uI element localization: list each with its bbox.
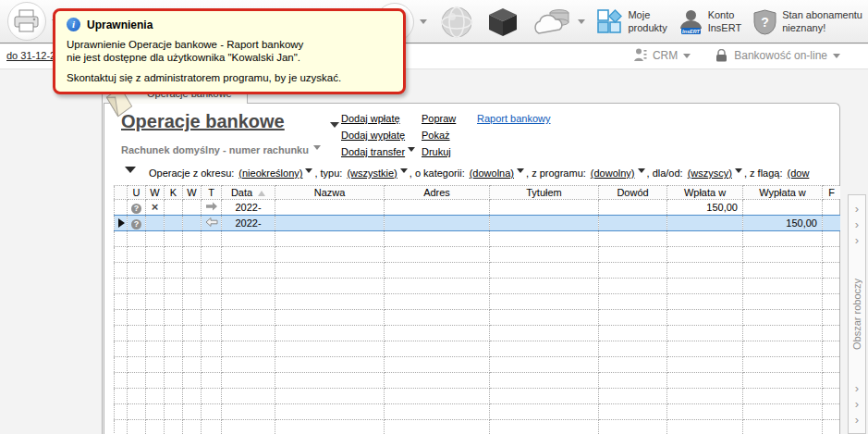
column-header-f[interactable]: F (823, 186, 841, 200)
table-row-empty[interactable] (115, 294, 841, 310)
filter-period-value[interactable]: (nieokreślony) (238, 167, 302, 179)
edit-link[interactable]: Popraw (422, 113, 456, 124)
add-withdrawal-link[interactable]: Dodaj wypłatę (341, 130, 405, 141)
subscription-status-button[interactable]: ? Stan abonamentu nieznany! (753, 9, 862, 35)
table-row[interactable]: ? × 2022- 150,00 (115, 200, 841, 216)
column-header-t[interactable]: T (202, 186, 222, 200)
column-header-w2[interactable]: W (183, 186, 202, 200)
question-badge-icon: ? (131, 204, 141, 214)
crm-person-icon (633, 48, 647, 63)
column-header-dowod[interactable]: Dowód (599, 186, 667, 200)
page-title[interactable]: Operacje bankowe (121, 111, 285, 132)
table-row-empty[interactable] (115, 231, 841, 247)
filter-flag-value[interactable]: (dow (788, 167, 810, 179)
sort-ascending-icon (258, 187, 265, 196)
banking-dropdown-caret[interactable] (833, 54, 840, 62)
filter-type-value[interactable]: (wszystkie) (347, 167, 397, 179)
filter-period-caret[interactable] (305, 168, 312, 177)
column-header-adres[interactable]: Adres (385, 186, 490, 200)
d-dropdown-caret[interactable] (420, 19, 427, 28)
crm-dropdown-caret[interactable] (683, 54, 691, 62)
cloud-menu-button[interactable] (532, 7, 585, 37)
column-header-indicator[interactable] (115, 186, 128, 200)
workspace-side-tab[interactable]: › › › Obszar roboczy › › › (848, 194, 866, 434)
cube-icon[interactable] (486, 6, 520, 39)
tooltip-line2: nie jest dostępne dla użytkownika "Kowal… (67, 51, 392, 64)
add-deposit-link[interactable]: Dodaj wpłatę (341, 113, 400, 124)
chevron-icon[interactable]: › (855, 217, 859, 232)
banking-label: Bankowość on-line (734, 49, 827, 62)
table-row-empty[interactable] (115, 420, 841, 434)
table-row-empty[interactable] (115, 263, 841, 279)
svg-text:InsERT: InsERT (682, 28, 700, 33)
print-link[interactable]: Drukuj (422, 146, 451, 157)
content-panel: Operacje bankowe Rachunek domyślny - num… (104, 103, 840, 434)
moje-produkty-label-line2: produkty (628, 22, 666, 34)
filter-program-value[interactable]: (dowolny) (591, 167, 635, 179)
right-dock: › › › Obszar roboczy › › › (840, 69, 868, 434)
info-icon: i (67, 18, 80, 31)
status-cell: ? (128, 200, 146, 216)
print-button[interactable] (7, 2, 46, 41)
column-header-k[interactable]: K (165, 186, 183, 200)
konto-label-line2: InsERT (708, 22, 741, 34)
products-grid-icon (597, 9, 622, 34)
column-header-tytulem[interactable]: Tytułem (490, 186, 599, 200)
tooltip-line1: Uprawnienie Operacje bankowe - Raport ba… (67, 38, 392, 51)
table-row-empty[interactable] (115, 404, 841, 420)
table-header-row: U W K W T Data Nazwa Adres Tytułem Dowód… (115, 186, 841, 200)
column-header-wyplata[interactable]: Wypłata w (743, 186, 823, 200)
date-cell: 2022- (222, 200, 275, 216)
stan-label-line1: Stan abonamentu (782, 9, 862, 21)
filter-funnel-icon[interactable] (125, 167, 136, 179)
tooltip-line3: Skontaktuj się z administratorem program… (67, 71, 392, 84)
table-row-empty[interactable] (115, 310, 841, 326)
chevron-icon[interactable]: › (855, 380, 859, 396)
table-row-empty[interactable] (115, 326, 841, 341)
column-header-data[interactable]: Data (222, 186, 275, 200)
banking-online-menu[interactable]: Bankowość on-line (715, 49, 840, 62)
row-indicator-cell (115, 216, 128, 231)
konto-label-line1: Konto (708, 9, 741, 21)
table-row-empty[interactable] (115, 247, 841, 263)
current-row-pointer-icon (118, 218, 128, 228)
user-account-icon: InsERT (679, 9, 703, 35)
column-header-w1[interactable]: W (146, 186, 165, 200)
filter-category-caret[interactable] (517, 168, 524, 177)
konto-insert-button[interactable]: InsERT Konto InsERT (679, 9, 741, 35)
chevron-icon[interactable]: › (855, 396, 859, 412)
chevron-icon[interactable]: › (855, 412, 859, 428)
add-transfer-link[interactable]: Dodaj transfer (341, 146, 415, 157)
workspace-side-tab-label: Obszar roboczy (851, 248, 862, 380)
direction-cell (202, 216, 222, 231)
filter-user-value[interactable]: (wszyscy) (688, 167, 732, 179)
banking-lock-icon (715, 49, 728, 62)
table-row-selected[interactable]: ? 2022- 150,00 (115, 216, 841, 231)
column-header-wplata[interactable]: Wpłata w (667, 186, 743, 200)
globe-icon[interactable] (439, 5, 474, 40)
column-header-u[interactable]: U (128, 186, 146, 200)
table-row-empty[interactable] (115, 279, 841, 294)
filter-type-caret[interactable] (400, 168, 408, 177)
table-row-empty[interactable] (115, 341, 841, 357)
show-link[interactable]: Pokaż (422, 130, 450, 141)
filter-category-value[interactable]: (dowolna) (470, 167, 514, 179)
title-dropdown-caret[interactable] (330, 122, 339, 132)
account-selector[interactable]: Rachunek domyślny - numer rachunku (121, 144, 321, 155)
question-badge-icon: ? (131, 219, 141, 229)
crm-menu[interactable]: CRM (633, 48, 691, 63)
chevron-icon[interactable]: › (855, 232, 859, 248)
moje-produkty-button[interactable]: Moje produkty (597, 9, 666, 34)
table-row-empty[interactable] (115, 373, 841, 389)
chevron-icon[interactable]: › (855, 201, 859, 217)
table-row-empty[interactable] (115, 357, 841, 373)
filter-user-caret[interactable] (735, 168, 742, 177)
table-row-empty[interactable] (115, 389, 841, 404)
column-header-nazwa[interactable]: Nazwa (275, 186, 385, 200)
cloud-dropdown-caret[interactable] (578, 19, 585, 28)
transfer-dropdown-caret (408, 147, 415, 155)
filter-program-caret[interactable] (638, 168, 645, 177)
bank-report-link[interactable]: Raport bankowy (477, 113, 551, 124)
filter-label: , z programu: (526, 167, 586, 179)
left-splitter[interactable] (102, 69, 103, 434)
